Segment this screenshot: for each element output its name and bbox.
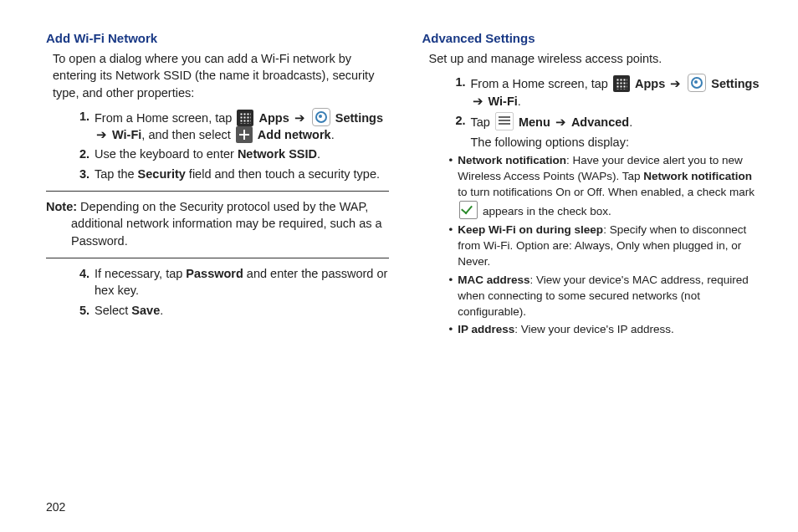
left-column: Add Wi-Fi Network To open a dialog where… xyxy=(46,29,389,340)
step-number: 3. xyxy=(69,166,95,182)
step-4: 4. If necessary, tap Password and enter … xyxy=(69,265,389,299)
settings-label: Settings xyxy=(711,77,759,90)
arrow-icon: ➔ xyxy=(668,77,683,90)
note-label: Note: xyxy=(46,200,77,213)
step-body: Use the keyboard to enter Network SSID. xyxy=(95,146,389,162)
arrow-icon: ➔ xyxy=(471,95,485,108)
step-number: 4. xyxy=(69,265,95,299)
text: Tap xyxy=(471,115,494,129)
step-3: 3. Tap the Security field and then touch… xyxy=(69,166,389,182)
menu-label: Menu xyxy=(519,115,550,129)
text: Use the keyboard to enter xyxy=(95,147,238,161)
add-network-label: Add network xyxy=(258,128,331,141)
label: IP address xyxy=(458,323,514,335)
wifi-label: Wi-Fi xyxy=(489,95,518,108)
bullet-keep-wifi: • Keep Wi-Fi on during sleep: Specify wh… xyxy=(449,223,765,270)
apps-label: Apps xyxy=(258,111,289,125)
save-label: Save xyxy=(131,304,160,317)
step-number: 5. xyxy=(69,302,95,319)
arrow-icon: ➔ xyxy=(95,128,109,141)
step-body: From a Home screen, tap Apps ➔ Settings … xyxy=(95,108,389,144)
step-1: 1. From a Home screen, tap Apps ➔ Settin… xyxy=(69,108,389,144)
text: Select xyxy=(95,304,131,317)
bullet-dot: • xyxy=(449,273,458,320)
text: appears in the check box. xyxy=(479,205,611,217)
text: , and then select xyxy=(141,128,233,141)
bullet-body: MAC address: View your device's MAC addr… xyxy=(458,273,765,320)
settings-icon xyxy=(312,108,330,126)
security-label: Security xyxy=(138,167,186,181)
advanced-label: Advanced xyxy=(571,115,629,129)
right-column: Advanced Settings Set up and manage wire… xyxy=(422,29,765,340)
bullet-dot: • xyxy=(449,153,458,220)
ordered-list: 1. From a Home screen, tap Apps ➔ Settin… xyxy=(46,108,389,182)
apps-icon xyxy=(613,75,630,92)
text: . xyxy=(160,304,163,317)
bullet-body: Keep Wi-Fi on during sleep: Specify when… xyxy=(458,223,765,270)
heading-add-wifi: Add Wi-Fi Network xyxy=(46,29,389,47)
wifi-label: Wi-Fi xyxy=(112,128,141,141)
ordered-list-cont: 4. If necessary, tap Password and enter … xyxy=(46,265,389,319)
step-number: 1. xyxy=(446,74,471,110)
following-text: The following options display: xyxy=(471,134,765,151)
step-number: 1. xyxy=(69,108,95,144)
step-body: From a Home screen, tap Apps ➔ Settings … xyxy=(471,74,765,110)
plus-icon xyxy=(236,126,253,143)
ordered-list: 1. From a Home screen, tap Apps ➔ Settin… xyxy=(422,74,765,151)
bullet-body: Network notification: Have your device a… xyxy=(458,153,765,220)
text: Tap the xyxy=(95,167,138,181)
bullet-ip: • IP address: View your device's IP addr… xyxy=(449,322,765,338)
text: . xyxy=(518,95,521,108)
bullet-body: IP address: View your device's IP addres… xyxy=(458,322,765,338)
bullet-mac: • MAC address: View your device's MAC ad… xyxy=(449,273,765,320)
step-5: 5. Select Save. xyxy=(69,302,389,319)
text: . xyxy=(629,115,632,129)
apps-label: Apps xyxy=(635,77,665,90)
label: Network notification xyxy=(458,154,566,166)
divider xyxy=(46,258,389,258)
text: to turn notifications On or Off. When en… xyxy=(458,186,755,198)
arrow-icon: ➔ xyxy=(293,111,307,125)
text: . xyxy=(331,128,335,141)
text: . xyxy=(317,147,320,161)
arrow-icon: ➔ xyxy=(554,115,568,129)
step-number: 2. xyxy=(69,146,95,162)
text: From a Home screen, tap xyxy=(471,77,611,90)
heading-advanced: Advanced Settings xyxy=(422,29,765,47)
step-1: 1. From a Home screen, tap Apps ➔ Settin… xyxy=(446,74,765,110)
divider xyxy=(46,191,389,192)
intro-text: To open a dialog where you can add a Wi-… xyxy=(53,50,389,101)
columns: Add Wi-Fi Network To open a dialog where… xyxy=(46,29,765,340)
label: Network notification xyxy=(643,170,752,182)
password-label: Password xyxy=(186,267,243,280)
bullet-dot: • xyxy=(449,223,458,270)
bullet-dot: • xyxy=(449,322,458,338)
apps-icon xyxy=(237,110,253,126)
page: Add Wi-Fi Network To open a dialog where… xyxy=(0,0,798,532)
step-number: 2. xyxy=(446,112,471,151)
page-number: 202 xyxy=(46,500,65,514)
note: Note: Depending on the Security protocol… xyxy=(46,198,389,249)
step-body: Select Save. xyxy=(95,302,389,319)
intro-text: Set up and manage wireless access points… xyxy=(429,50,765,67)
text: If necessary, tap xyxy=(95,267,186,280)
step-2: 2. Tap Menu ➔ Advanced. The following op… xyxy=(446,112,765,151)
settings-icon xyxy=(688,74,706,92)
text: : View your device's IP address. xyxy=(514,323,673,335)
step-2: 2. Use the keyboard to enter Network SSI… xyxy=(69,146,389,162)
check-icon xyxy=(459,201,478,219)
step-body: Tap the Security field and then touch a … xyxy=(95,166,389,182)
step-body: If necessary, tap Password and enter the… xyxy=(95,265,389,299)
menu-icon xyxy=(495,112,514,130)
ssid-label: Network SSID xyxy=(238,147,317,161)
note-body: Depending on the Security protocol used … xyxy=(71,200,382,248)
text: From a Home screen, tap xyxy=(95,111,235,125)
label: MAC address xyxy=(458,274,529,286)
bullet-network-notification: • Network notification: Have your device… xyxy=(449,153,765,220)
step-body: Tap Menu ➔ Advanced. The following optio… xyxy=(471,112,765,151)
text: field and then touch a security type. xyxy=(186,167,380,181)
settings-label: Settings xyxy=(335,111,383,125)
label: Keep Wi-Fi on during sleep xyxy=(458,223,603,236)
